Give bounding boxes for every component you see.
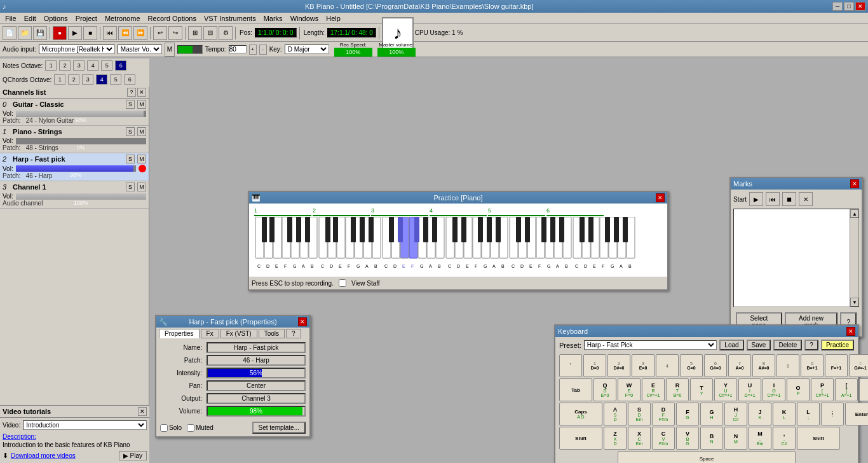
kb-v[interactable]: VBG <box>676 427 699 450</box>
piano-keys-container[interactable]: C D E F G A B C D E F G A B C D E F G <box>252 217 665 274</box>
channel-3-mute[interactable]: M <box>137 183 146 191</box>
quantize-button[interactable]: ⊞ <box>188 26 202 40</box>
menu-edit[interactable]: Edit <box>20 14 40 23</box>
menu-options[interactable]: Options <box>40 14 72 23</box>
undo-button[interactable]: ↩ <box>153 26 167 40</box>
kb-0[interactable]: 0B=+1 <box>801 354 824 377</box>
menu-windows[interactable]: Windows <box>287 14 323 23</box>
kb-1[interactable]: 1D=0 <box>583 354 606 377</box>
kb-j[interactable]: JK <box>749 403 771 425</box>
tempo-inc[interactable]: + <box>249 45 257 55</box>
audio-input-select[interactable]: Microphone [Realtek Hi… <box>39 45 115 54</box>
kb-semicolon[interactable]: ;' <box>821 403 844 425</box>
chords-oct-3[interactable]: 3 <box>82 74 93 85</box>
kb-lshift[interactable]: Shift <box>559 427 602 450</box>
name-value[interactable]: Harp - Fast pick <box>207 342 306 353</box>
menu-record-options[interactable]: Record Options <box>144 14 200 23</box>
chords-oct-5[interactable]: 5 <box>110 74 121 85</box>
kb-5[interactable]: 5G=0 <box>680 354 703 377</box>
download-link[interactable]: Download more videos <box>11 452 76 459</box>
channel-1-solo[interactable]: S <box>126 127 135 136</box>
menu-project[interactable]: Project <box>72 14 101 23</box>
kb-c[interactable]: CVF#m <box>652 427 675 450</box>
preset-select[interactable]: Harp - Fast Pick <box>584 340 717 350</box>
marks-close-btn[interactable]: ✕ <box>850 179 859 188</box>
key-select[interactable]: D Major <box>285 45 329 54</box>
tab-properties[interactable]: Properties <box>159 329 200 338</box>
kb-e[interactable]: ERC#=+1 <box>642 378 665 401</box>
description-link[interactable]: Description: <box>3 433 36 440</box>
menu-vst[interactable]: VST Instruments <box>200 14 260 23</box>
kb-g[interactable]: GH <box>700 403 723 425</box>
chords-oct-6[interactable]: 6 <box>124 74 135 85</box>
kb-9[interactable]: 9 <box>776 354 799 377</box>
close-button[interactable]: ✕ <box>855 2 865 11</box>
kb-u[interactable]: UID=+1 <box>738 378 761 401</box>
kb-rbracket[interactable]: ]\ <box>859 378 868 401</box>
kb-p[interactable]: P[C#=+1 <box>811 378 834 401</box>
tab-fx-vst[interactable]: Fx (VST) <box>220 329 257 338</box>
notes-oct-2[interactable]: 2 <box>59 60 71 71</box>
kb-3[interactable]: 3E=0 <box>632 354 654 377</box>
notes-oct-1[interactable]: 1 <box>45 60 57 71</box>
kb-lbracket[interactable]: []A=+1 <box>835 378 858 401</box>
kb-d[interactable]: DFF#m <box>652 403 675 425</box>
chords-oct-4[interactable]: 4 <box>96 74 107 85</box>
notes-oct-6[interactable]: 6 <box>115 60 126 71</box>
kb-enter[interactable]: Enter <box>845 403 868 425</box>
keyboard-close-btn[interactable]: ✕ <box>846 327 855 336</box>
kb-k[interactable]: KL <box>773 403 796 425</box>
channel-3-vol-bar[interactable]: 100% <box>16 193 146 200</box>
kb-equals[interactable]: =G#=-1 <box>849 354 868 377</box>
menu-marks[interactable]: Marks <box>260 14 287 23</box>
record-button[interactable]: ● <box>53 26 67 40</box>
set-template-btn[interactable]: Set template... <box>252 422 306 434</box>
marks-stop[interactable]: ⏹ <box>782 192 796 206</box>
video-play-btn[interactable]: ▶ Play <box>119 451 147 460</box>
chords-oct-1[interactable]: 1 <box>54 74 65 85</box>
master-vol-btn[interactable]: M <box>165 43 175 57</box>
muted-checkbox[interactable] <box>187 424 194 432</box>
channel-2-vol-bar[interactable]: 98% <box>16 165 136 172</box>
kb-n[interactable]: NM <box>724 427 747 450</box>
tempo-input[interactable] <box>229 45 247 53</box>
kb-space[interactable]: Space <box>618 451 796 463</box>
marks-scrollbar[interactable]: ▲ ▼ <box>850 209 858 307</box>
kb-b[interactable]: BN <box>700 427 723 450</box>
tab-tools[interactable]: Tools <box>259 329 285 338</box>
channels-help[interactable]: ? <box>127 88 136 97</box>
tab-fx[interactable]: Fx <box>201 329 219 338</box>
channel-0-vol-bar[interactable]: 98% <box>16 111 146 117</box>
pan-value[interactable]: Center <box>207 380 306 391</box>
kb-comma[interactable]: ,.C# <box>773 427 796 450</box>
tab-help[interactable]: ? <box>286 329 301 338</box>
stop-button[interactable]: ■ <box>83 26 97 40</box>
minimize-button[interactable]: ─ <box>832 2 843 11</box>
save-btn[interactable]: Save <box>747 340 771 350</box>
rewind-start-button[interactable]: ⏮ <box>103 26 117 40</box>
kb-practice-btn[interactable]: Practice <box>821 340 854 350</box>
kb-help-btn[interactable]: ? <box>804 340 818 350</box>
channel-0-mute[interactable]: M <box>137 100 146 109</box>
kb-s[interactable]: SDEm <box>628 403 651 425</box>
view-staff-checkbox[interactable] <box>339 279 346 287</box>
harp-close-btn[interactable]: ✕ <box>298 317 307 326</box>
channels-close[interactable]: ✕ <box>137 88 146 97</box>
channel-2-mute[interactable]: M <box>137 155 146 163</box>
kb-6[interactable]: 6G#=0 <box>704 354 727 377</box>
kb-o[interactable]: OP <box>787 378 810 401</box>
channel-2-solo[interactable]: S <box>126 155 135 163</box>
notes-oct-4[interactable]: 4 <box>87 60 98 71</box>
scroll-down[interactable]: ▼ <box>850 298 859 307</box>
delete-btn[interactable]: Delete <box>773 340 802 350</box>
settings-button[interactable]: ⚙ <box>219 26 233 40</box>
kb-h[interactable]: HJC# <box>724 403 747 425</box>
kb-z[interactable]: ZXD <box>604 427 627 450</box>
channel-1-vol-bar[interactable]: 0% <box>16 138 146 144</box>
kb-f[interactable]: FG <box>676 403 699 425</box>
kb-2[interactable]: 2D#=0 <box>607 354 630 377</box>
scroll-up[interactable]: ▲ <box>850 209 859 218</box>
forward-button[interactable]: ⏩ <box>133 26 147 40</box>
kb-tab[interactable]: Tab <box>559 378 592 401</box>
kb-x[interactable]: XCEm <box>628 427 651 450</box>
